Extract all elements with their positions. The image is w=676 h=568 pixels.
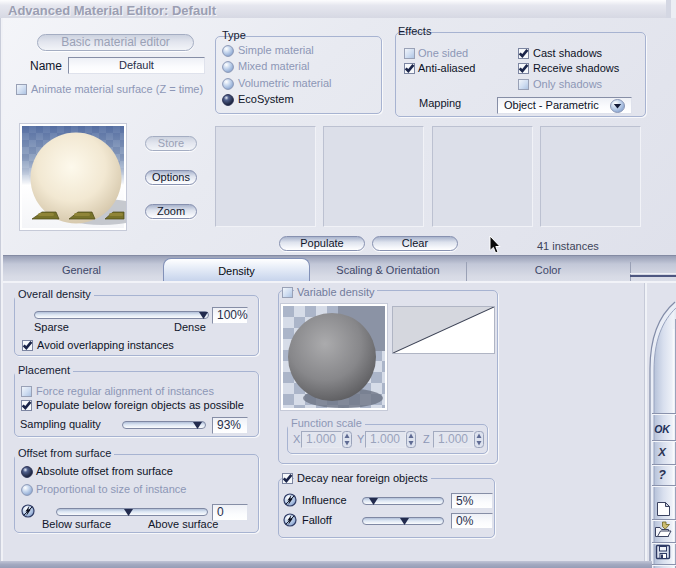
svg-text:X: X (657, 446, 667, 458)
svg-text:?: ? (658, 468, 666, 482)
svg-text:OK: OK (654, 423, 671, 435)
